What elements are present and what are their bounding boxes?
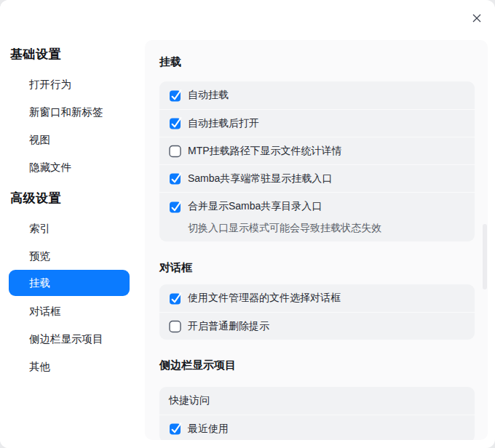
sidebar-item-hidden-files[interactable]: 隐藏文件	[9, 153, 130, 181]
sidebar-item-preview[interactable]: 预览	[9, 242, 130, 270]
row-file-chooser-dialog[interactable]: 使用文件管理器的文件选择对话框	[159, 284, 475, 312]
section-title-dialog: 对话框	[159, 260, 488, 275]
sidebar-header-basic: 基础设置	[10, 45, 61, 63]
sidebar-item-open-behavior[interactable]: 打开行为	[9, 71, 130, 98]
row-auto-mount[interactable]: 自动挂载	[159, 81, 475, 109]
scrollbar-thumb[interactable]	[483, 224, 487, 289]
sidebar-item-other[interactable]: 其他	[9, 353, 130, 380]
sidebar-item-index[interactable]: 索引	[9, 215, 130, 242]
dialog-settings-group: 使用文件管理器的文件选择对话框 开启普通删除提示	[159, 284, 475, 340]
mount-settings-group: 自动挂载 自动挂载后打开 MTP挂载路径下显	[159, 81, 475, 241]
sidebar-item-dialog[interactable]: 对话框	[9, 297, 130, 325]
checkbox-label: 自动挂载后打开	[188, 117, 259, 130]
checkbox-samba-merge-entry[interactable]	[169, 201, 181, 213]
sidebar-header-advanced: 高级设置	[10, 189, 61, 207]
checkbox-mtp-statistics[interactable]	[169, 145, 181, 157]
section-title-sidebar-display: 侧边栏显示项目	[159, 358, 488, 372]
row-quick-access-label: 快捷访问	[159, 387, 475, 415]
checkbox-delete-prompt[interactable]	[169, 320, 181, 332]
settings-dialog: 基础设置 打开行为 新窗口和新标签 视图 隐藏文件 高级设置 索引 预览 挂载 …	[0, 0, 495, 448]
checkbox-label: 开启普通删除提示	[188, 320, 269, 333]
sidebar-display-group: 快捷访问 最近使用	[159, 387, 475, 440]
checkbox-file-chooser-dialog[interactable]	[169, 292, 181, 305]
row-samba-merge-entry[interactable]: 合并显示Samba共享目录入口 切换入口显示模式可能会导致挂载状态失效	[159, 192, 475, 241]
row-samba-persistent-entry[interactable]: Samba共享端常驻显示挂载入口	[159, 164, 475, 192]
checkbox-open-after-mount[interactable]	[169, 117, 181, 129]
row-open-after-mount[interactable]: 自动挂载后打开	[159, 109, 475, 137]
row-recent-used[interactable]: 最近使用	[159, 415, 475, 440]
row-delete-prompt[interactable]: 开启普通删除提示	[159, 312, 475, 340]
checkbox-label: 使用文件管理器的文件选择对话框	[188, 292, 341, 305]
checkbox-auto-mount[interactable]	[169, 89, 181, 102]
section-title-mount: 挂载	[159, 55, 488, 69]
close-icon	[472, 13, 482, 23]
row-mtp-statistics[interactable]: MTP挂载路径下显示文件统计详情	[159, 137, 475, 164]
checkbox-label: 最近使用	[188, 423, 229, 436]
checkbox-label: MTP挂载路径下显示文件统计详情	[188, 145, 342, 158]
sidebar-item-view[interactable]: 视图	[9, 126, 130, 153]
sidebar-item-sidebar-display[interactable]: 侧边栏显示项目	[9, 325, 130, 353]
settings-scroll-panel[interactable]: 挂载 自动挂载 自动挂载后打开	[145, 40, 488, 440]
sidebar-item-mount[interactable]: 挂载	[9, 270, 130, 296]
checkbox-recent-used[interactable]	[169, 423, 181, 435]
mount-mode-hint: 切换入口显示模式可能会导致挂载状态失效	[188, 220, 466, 235]
sidebar-item-new-window-tab[interactable]: 新窗口和新标签	[9, 98, 130, 126]
checkbox-samba-persistent-entry[interactable]	[169, 172, 181, 185]
subsection-label: 快捷访问	[169, 394, 210, 407]
settings-sidebar: 基础设置 打开行为 新窗口和新标签 视图 隐藏文件 高级设置 索引 预览 挂载 …	[0, 0, 145, 448]
checkbox-label: 自动挂载	[188, 89, 229, 102]
checkbox-label: 合并显示Samba共享目录入口	[188, 200, 322, 213]
close-button[interactable]	[469, 10, 485, 26]
checkbox-label: Samba共享端常驻显示挂载入口	[188, 172, 332, 185]
